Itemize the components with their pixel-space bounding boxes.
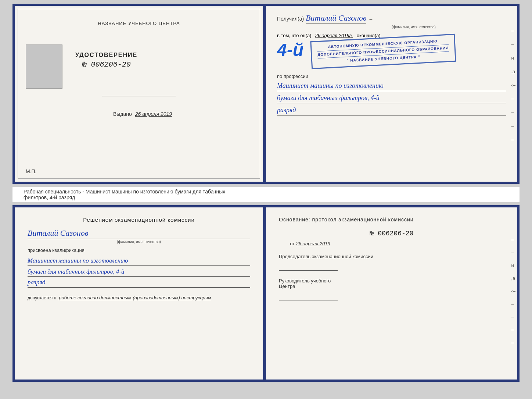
mp-label: М.П. <box>26 168 37 174</box>
dash-top: – <box>369 16 372 22</box>
cert-title: УДОСТОВЕРЕНИЕ <box>75 52 137 58</box>
issued-date: 26 апреля 2019 <box>135 111 172 117</box>
basis-title: Основание: протокол экзаменационной коми… <box>279 217 504 222</box>
top-certificate-document: НАЗВАНИЕ УЧЕБНОГО ЦЕНТРА УДОСТОВЕРЕНИЕ №… <box>12 4 520 184</box>
from-date-val: 26 апреля 2019 <box>296 241 330 246</box>
assigned-label: присвоена квалификация <box>28 247 250 253</box>
allowed-label: допускается к работе согласно должностны… <box>28 295 250 300</box>
qual-line3: разряд <box>28 278 250 288</box>
right-side-dashes: ––и,а‹––––– <box>511 28 515 142</box>
content-date: 26 апреля 2019г. <box>315 33 353 38</box>
received-prefix: Получил(а) <box>277 16 304 22</box>
bottom-text-bar: Рабочая специальность - Машинист машины … <box>12 187 520 202</box>
protocol-number: № 006206-20 <box>279 230 504 237</box>
issued-line: Выдано 26 апреля 2019 <box>106 111 172 117</box>
from-date: от 26 апреля 2019 <box>279 241 504 246</box>
bottom-right-side-dashes: ––и,а‹––––– <box>511 237 515 345</box>
commission-title: Решением экзаменационной комиссии <box>28 217 250 223</box>
name-sub-bottom: (фамилия, имя, отчество) <box>28 240 250 244</box>
qual-line1: Машинист машины по изготовлению <box>28 256 250 266</box>
finished-label: окончил(а) <box>357 33 381 38</box>
bottom-certificate-document: Решением экзаменационной комиссии Витали… <box>12 205 520 382</box>
profession-line1: Машинист машины по изготовлению <box>277 81 506 91</box>
head-title1: Руководитель учебного <box>279 278 504 284</box>
head-signature-line <box>279 300 338 300</box>
profession-line2: бумаги для табачных фильтров, 4-й <box>277 93 506 103</box>
chair-signature-line <box>279 270 338 271</box>
cert-title-block: УДОСТОВЕРЕНИЕ № 006206-20 <box>75 52 137 89</box>
bottom-text-normal: Рабочая специальность - Машинист машины … <box>24 189 225 195</box>
bottom-right-page: Основание: протокол экзаменационной коми… <box>266 207 517 380</box>
page-container: НАЗВАНИЕ УЧЕБНОГО ЦЕНТРА УДОСТОВЕРЕНИЕ №… <box>0 0 532 399</box>
profession-line3: разряд <box>277 105 506 115</box>
num-big: 4-й <box>277 41 303 59</box>
left-page: НАЗВАНИЕ УЧЕБНОГО ЦЕНТРА УДОСТОВЕРЕНИЕ №… <box>15 6 266 182</box>
chair-title: Председатель экзаменационной комиссии <box>279 254 504 259</box>
person-name: Виталий Сазонов <box>28 228 250 239</box>
profession-label: по профессии <box>277 74 506 79</box>
received-name-sub: (фамилия, имя, отчество) <box>321 25 506 29</box>
allowed-prefix: допускается к <box>28 295 56 300</box>
received-name: Виталий Сазонов <box>306 13 366 24</box>
issued-label: Выдано <box>113 111 132 117</box>
head-titles: Руководитель учебного Центра <box>279 278 504 289</box>
stamp-block: АВТОНОМНУЮ НЕКОММЕРЧЕСКУЮ ОРГАНИЗАЦИЮ ДО… <box>310 34 456 69</box>
head-title2: Центра <box>279 284 504 289</box>
bottom-left-page: Решением экзаменационной комиссии Витали… <box>15 207 266 380</box>
allowed-italic: работе согласно должностным (производств… <box>59 295 211 300</box>
org-name-top: НАЗВАНИЕ УЧЕБНОГО ЦЕНТРА <box>98 21 180 26</box>
from-label: от <box>290 241 295 246</box>
bottom-text-underlined: фильтров, 4-й разряд <box>24 195 75 200</box>
content-prefix: в том, что он(а) <box>277 33 311 38</box>
qual-line2: бумаги для табачных фильтров, 4-й <box>28 267 250 277</box>
cert-number: № 006206-20 <box>75 60 137 69</box>
right-page: Получил(а) Виталий Сазонов – (фамилия, и… <box>266 6 517 182</box>
photo-placeholder <box>26 44 62 89</box>
